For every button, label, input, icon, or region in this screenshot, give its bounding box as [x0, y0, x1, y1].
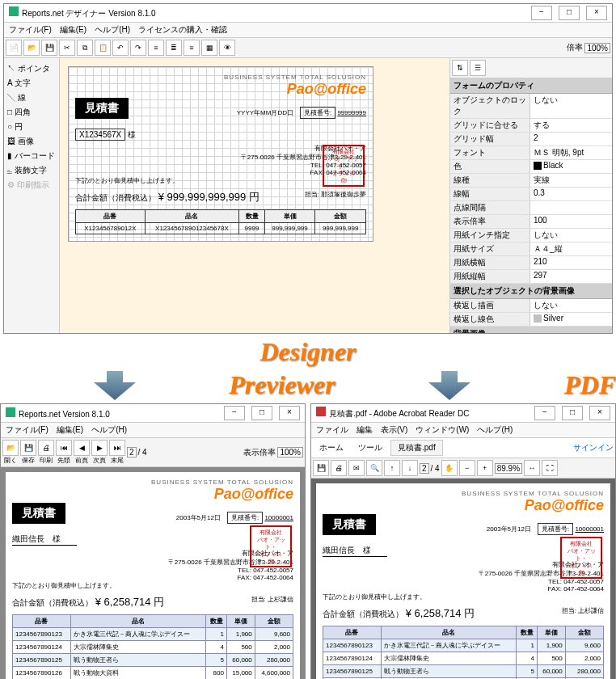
prev-page-button[interactable]: ◀: [74, 440, 90, 456]
minimize-button[interactable]: −: [224, 406, 245, 420]
prop-value[interactable]: する: [530, 119, 612, 132]
tool-artfont[interactable]: ⎁ 装飾文字: [7, 163, 56, 178]
prop-value[interactable]: しない: [530, 229, 612, 242]
prop-list-icon[interactable]: ☰: [470, 60, 486, 76]
prop-value[interactable]: [530, 201, 612, 214]
prop-value[interactable]: 210: [530, 256, 612, 269]
prop-row[interactable]: 用紙インチ指定しない: [450, 229, 612, 242]
menu-edit[interactable]: 編集: [357, 424, 373, 436]
preview-icon[interactable]: 👁: [219, 40, 235, 56]
save-button[interactable]: 💾: [20, 440, 36, 456]
prop-sort-icon[interactable]: ⇅: [452, 60, 468, 76]
prop-value[interactable]: 2: [530, 133, 612, 146]
minimize-button[interactable]: −: [534, 406, 555, 420]
menu-file[interactable]: ファイル(F): [9, 24, 52, 36]
open-icon[interactable]: 📂: [23, 40, 40, 56]
preview-viewport[interactable]: BUSINESS SYSTEM TOTAL SOLUSIONPao@office…: [1, 467, 305, 679]
first-page-button[interactable]: ⏮: [56, 440, 72, 456]
prop-value[interactable]: 実線: [530, 174, 612, 187]
prop-value[interactable]: ＭＳ 明朝, 9pt: [530, 146, 612, 159]
signin-link[interactable]: サインイン: [573, 442, 614, 453]
prop-row[interactable]: 色Black: [450, 160, 612, 174]
menu-help[interactable]: ヘルプ(H): [91, 424, 127, 436]
minimize-button[interactable]: −: [531, 6, 552, 20]
menu-edit[interactable]: 編集(E): [57, 424, 83, 436]
maximize-button[interactable]: □: [562, 406, 583, 420]
tool-barcode[interactable]: ▮ バーコード: [7, 149, 56, 163]
menu-window[interactable]: ウィンドウ(W): [416, 424, 469, 436]
tool-line[interactable]: ╲ 線: [7, 91, 56, 105]
menu-file[interactable]: ファイル: [316, 424, 348, 436]
prop-value[interactable]: しない: [530, 299, 612, 312]
redo-icon[interactable]: ↷: [130, 40, 146, 56]
page-field[interactable]: 2: [127, 447, 137, 458]
prop-value[interactable]: 0.3: [530, 188, 612, 200]
prop-row[interactable]: 用紙サイズＡ４_縦: [450, 242, 612, 256]
zoom-field[interactable]: 89.9%: [495, 463, 522, 474]
new-icon[interactable]: 📄: [6, 40, 22, 56]
align-left-icon[interactable]: ≡: [148, 40, 164, 56]
tab-home[interactable]: ホーム: [313, 441, 350, 455]
close-button[interactable]: ×: [589, 406, 610, 420]
next-page-icon[interactable]: ↓: [402, 460, 418, 476]
zoom-field[interactable]: 100%: [584, 43, 610, 53]
zoom-out-icon[interactable]: −: [459, 460, 475, 476]
open-button[interactable]: 📂: [2, 440, 19, 456]
save-icon[interactable]: 💾: [41, 40, 57, 56]
prop-row[interactable]: 用紙縦幅297: [450, 270, 612, 284]
page-field[interactable]: 2: [420, 463, 429, 474]
prop-value[interactable]: Silver: [530, 313, 612, 326]
menu-edit[interactable]: 編集(E): [60, 24, 86, 36]
menu-view[interactable]: 表示(V): [381, 424, 407, 436]
design-canvas[interactable]: BUSINESS SYSTEM TOTAL SOLUSION Pao@offic…: [60, 58, 449, 333]
paste-icon[interactable]: 📋: [95, 40, 111, 56]
prop-value[interactable]: 297: [530, 270, 612, 283]
tool-image[interactable]: 🖼 画像: [7, 134, 56, 149]
prop-row[interactable]: 点線間隔: [450, 201, 612, 215]
prop-row[interactable]: グリッドに合せるする: [450, 119, 612, 133]
prop-row[interactable]: 線種実線: [450, 174, 612, 188]
prop-value[interactable]: しない: [530, 94, 612, 118]
prev-page-icon[interactable]: ↑: [384, 460, 400, 476]
tab-tools[interactable]: ツール: [352, 441, 389, 455]
last-page-button[interactable]: ⏭: [109, 440, 125, 456]
mail-icon[interactable]: ✉: [348, 460, 365, 476]
zoom-in-icon[interactable]: +: [477, 460, 493, 476]
grid-icon[interactable]: ▦: [201, 40, 217, 56]
prop-row[interactable]: オブジェクトのロックしない: [450, 94, 612, 119]
prop-row[interactable]: 用紙横幅210: [450, 256, 612, 270]
prop-row[interactable]: フォントＭＳ 明朝, 9pt: [450, 146, 612, 160]
prop-row[interactable]: グリッド幅2: [450, 133, 612, 146]
prop-row[interactable]: 線幅0.3: [450, 188, 612, 201]
zoom-field[interactable]: 100%: [277, 447, 303, 458]
tool-circle[interactable]: ○ 円: [7, 120, 56, 134]
fit-page-icon[interactable]: ⛶: [542, 460, 558, 476]
tool-text[interactable]: A 文字: [7, 76, 56, 91]
menu-help[interactable]: ヘルプ(H): [477, 424, 513, 436]
save-icon[interactable]: 💾: [313, 460, 329, 476]
print-icon[interactable]: 🖨: [331, 460, 347, 476]
prop-row[interactable]: 横返し線色Silver: [450, 313, 612, 327]
menu-help[interactable]: ヘルプ(H): [95, 24, 130, 36]
fit-width-icon[interactable]: ↔: [524, 460, 540, 476]
prop-row[interactable]: 横返し描画しない: [450, 299, 612, 313]
pdf-viewport[interactable]: BUSINESS SYSTEM TOTAL SOLUSIONPao@office…: [311, 479, 615, 679]
align-center-icon[interactable]: ≣: [166, 40, 182, 56]
maximize-button[interactable]: □: [559, 6, 580, 20]
prop-value[interactable]: Ａ４_縦: [530, 242, 612, 255]
next-page-button[interactable]: ▶: [91, 440, 108, 456]
hand-icon[interactable]: ✋: [441, 460, 458, 476]
tab-document[interactable]: 見積書.pdf: [390, 440, 443, 456]
menu-file[interactable]: ファイル(F): [6, 424, 49, 436]
tool-pointer[interactable]: ↖ ポインタ: [7, 61, 56, 76]
prop-row[interactable]: 表示倍率100: [450, 215, 612, 229]
undo-icon[interactable]: ↶: [112, 40, 129, 56]
search-icon[interactable]: 🔍: [366, 460, 382, 476]
tool-rect[interactable]: □ 四角: [7, 105, 56, 120]
prop-value[interactable]: Black: [530, 160, 612, 173]
copy-icon[interactable]: ⧉: [77, 40, 93, 56]
align-right-icon[interactable]: ≡: [184, 40, 200, 56]
menu-license[interactable]: ライセンスの購入・確認: [138, 24, 227, 36]
cut-icon[interactable]: ✂: [59, 40, 75, 56]
tool-print[interactable]: ⚙ 印刷指示: [7, 178, 56, 192]
